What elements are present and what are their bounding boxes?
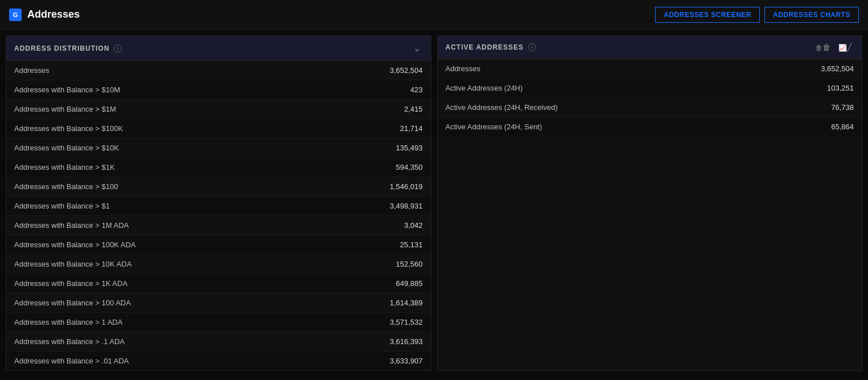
row-value: 3,498,931 [390,202,423,210]
row-label: Addresses with Balance > .1 ADA [14,337,125,346]
row-value: 3,652,504 [821,64,854,73]
table-row: Addresses with Balance > $100K 21,714 [6,119,431,138]
row-label: Addresses with Balance > $1 [14,202,110,210]
row-value: 423 [410,85,423,94]
row-label: Active Addresses (24H, Received) [446,103,558,112]
table-row: Addresses with Balance > $1K 594,350 [6,158,431,177]
table-row: Addresses with Balance > .1 ADA 3,616,39… [6,332,431,352]
table-row: Active Addresses (24H) 103,251 [438,79,862,98]
panel-header-right [411,42,423,55]
row-value: 21,714 [400,124,423,133]
row-value: 3,652,504 [390,66,423,75]
row-value: 65,864 [831,122,854,131]
row-label: Addresses with Balance > 100K ADA [14,240,136,249]
active-addresses-panel: ACTIVE ADDRESSES i 🗑 ╱ Addresses 3,652,5… [437,35,863,371]
row-value: 3,042 [404,221,423,230]
row-value: 3,616,393 [390,337,423,346]
table-row: Addresses with Balance > 1K ADA 649,885 [6,274,431,293]
table-row: Addresses with Balance > 10K ADA 152,560 [6,255,431,274]
panel-header-left: ADDRESS DISTRIBUTION i [14,44,122,52]
row-value: 2,415 [404,105,423,113]
row-value: 1,546,019 [390,182,423,191]
row-label: Addresses with Balance > $10K [14,144,119,152]
row-label: Addresses [14,66,49,75]
row-label: Addresses with Balance > 100 ADA [14,299,131,307]
row-value: 3,633,907 [390,357,423,365]
table-row: Active Addresses (24H, Sent) 65,864 [438,117,862,136]
chevron-down-icon[interactable] [411,42,423,55]
trash-icon[interactable]: 🗑 [813,42,833,53]
page-title: Addresses [27,9,80,21]
table-row: Addresses with Balance > $10K 135,493 [6,138,431,158]
table-row: Addresses with Balance > 1M ADA 3,042 [6,216,431,235]
row-label: Addresses with Balance > 1 ADA [14,318,122,326]
row-value: 76,738 [831,103,854,112]
addresses-charts-button[interactable]: ADDRESSES CHARTS [764,7,859,23]
row-value: 25,131 [400,240,423,249]
row-label: Addresses with Balance > $100 [14,182,118,191]
table-row: Addresses with Balance > $10M 423 [6,80,431,100]
row-label: Addresses with Balance > $1M [14,105,116,113]
table-row: Addresses with Balance > 1 ADA 3,571,532 [6,313,431,332]
distribution-rows: Addresses 3,652,504 Addresses with Balan… [6,61,431,370]
table-row: Addresses with Balance > .01 ADA 3,633,9… [6,352,431,370]
row-value: 3,571,532 [390,318,423,326]
row-value: 135,493 [396,144,423,152]
table-row: Addresses with Balance > 100 ADA 1,614,3… [6,293,431,313]
active-addresses-header: ACTIVE ADDRESSES i 🗑 ╱ [438,36,862,59]
header: G Addresses ADDRESSES SCREENER ADDRESSES… [0,0,868,30]
table-row: Addresses with Balance > $1 3,498,931 [6,197,431,216]
table-row: Addresses with Balance > $100 1,546,019 [6,177,431,197]
row-label: Addresses [446,64,480,73]
active-rows: Addresses 3,652,504 Active Addresses (24… [438,59,862,136]
row-value: 649,885 [396,279,423,288]
row-label: Active Addresses (24H, Sent) [446,122,542,131]
line-chart-icon[interactable]: ╱ [836,42,854,53]
address-distribution-header: ADDRESS DISTRIBUTION i [6,36,431,61]
header-nav: ADDRESSES SCREENER ADDRESSES CHARTS [655,7,859,23]
active-panel-header-right: 🗑 ╱ [813,42,854,53]
row-label: Addresses with Balance > 1K ADA [14,279,127,288]
header-left: G Addresses [9,9,80,21]
active-panel-header-left: ACTIVE ADDRESSES i [446,43,537,51]
app-icon: G [9,9,22,21]
row-label: Addresses with Balance > $1K [14,163,115,171]
row-label: Addresses with Balance > $10M [14,85,120,94]
table-row: Addresses 3,652,504 [438,59,862,79]
active-addresses-title: ACTIVE ADDRESSES [446,43,524,51]
row-label: Addresses with Balance > 1M ADA [14,221,129,230]
row-value: 594,350 [396,163,423,171]
address-distribution-title: ADDRESS DISTRIBUTION [14,44,109,52]
table-row: Addresses 3,652,504 [6,61,431,80]
row-label: Addresses with Balance > 10K ADA [14,260,131,268]
active-addresses-info-icon[interactable]: i [528,43,536,51]
row-value: 1,614,389 [390,299,423,307]
table-row: Active Addresses (24H, Received) 76,738 [438,98,862,117]
address-distribution-info-icon[interactable]: i [114,44,122,52]
addresses-screener-button[interactable]: ADDRESSES SCREENER [655,7,760,23]
table-row: Addresses with Balance > 100K ADA 25,131 [6,235,431,255]
row-label: Addresses with Balance > $100K [14,124,123,133]
row-value: 103,251 [827,84,854,92]
table-row: Addresses with Balance > $1M 2,415 [6,100,431,119]
address-distribution-panel: ADDRESS DISTRIBUTION i Addresses 3,652,5… [6,35,431,371]
row-value: 152,560 [396,260,423,268]
row-label: Addresses with Balance > .01 ADA [14,357,129,365]
content: ADDRESS DISTRIBUTION i Addresses 3,652,5… [0,30,868,377]
row-label: Active Addresses (24H) [446,84,523,92]
